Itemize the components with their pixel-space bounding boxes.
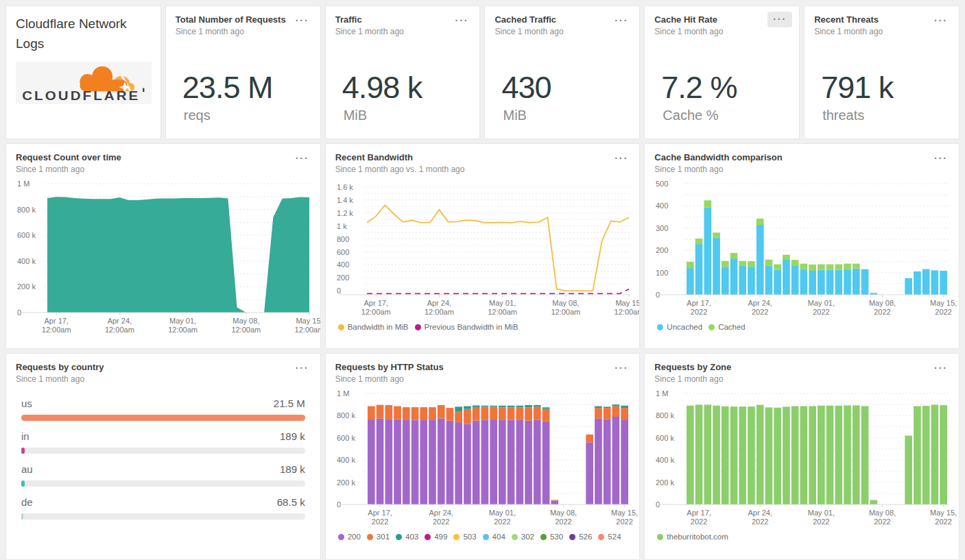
bar-segment: [853, 264, 860, 269]
bar-segment: [385, 419, 392, 504]
panel-menu-button[interactable]: ···: [613, 152, 630, 165]
bar-segment: [499, 406, 506, 407]
bar-segment: [713, 237, 721, 295]
bar-segment: [765, 266, 773, 295]
bar-segment: [800, 406, 808, 505]
bar-segment: [403, 419, 410, 504]
x-axis-label: May 15,2022: [930, 509, 957, 526]
country-value: 189 k: [280, 430, 305, 442]
x-axis-label: Apr 24,12:00am: [425, 299, 454, 316]
y-axis-label: 1 M: [656, 389, 668, 398]
bar-segment: [940, 405, 948, 504]
y-axis-label: 200: [656, 246, 668, 254]
requests-by-zone-legend: theburritobot.com: [657, 533, 949, 541]
bar-segment: [861, 269, 869, 295]
bar-segment: [586, 435, 593, 442]
bar-segment: [612, 417, 619, 504]
panel-subtitle: Since 1 month ago: [654, 27, 723, 36]
legend-label: 200: [348, 533, 361, 541]
country-row-au: au189 k: [16, 463, 311, 487]
panel-menu-button[interactable]: ···: [294, 152, 311, 165]
panel-menu-button[interactable]: ···: [613, 14, 630, 27]
request-count-svg: 0200 k400 k600 k800 k1 MApr 17,12:00amAp…: [16, 178, 312, 337]
panel-menu-button[interactable]: ···: [453, 14, 470, 27]
bar-segment: [774, 408, 782, 504]
legend-item-526[interactable]: 526: [569, 533, 592, 541]
bar-segment: [756, 225, 764, 295]
y-axis-label: 200: [337, 273, 349, 282]
bar-segment: [800, 269, 808, 295]
bar-segment: [687, 262, 694, 268]
legend-item-301[interactable]: 301: [367, 533, 390, 541]
http-status-chart[interactable]: 0200 k400 k600 k800 k1 MApr 17,2022Apr 2…: [335, 388, 630, 529]
panel-menu-button[interactable]: ···: [933, 152, 949, 165]
bar-segment: [621, 419, 628, 504]
panel-subtitle: Since 1 month ago: [176, 27, 286, 36]
panel-title: Total Number of Requests: [176, 14, 286, 25]
bar-segment: [455, 422, 462, 504]
panel-menu-button[interactable]: ···: [294, 362, 311, 374]
y-axis-label: 200 k: [337, 478, 355, 487]
legend-item-200[interactable]: 200: [338, 533, 361, 541]
x-axis-label: Apr 17,2022: [687, 509, 711, 526]
request-count-chart[interactable]: 0200 k400 k600 k800 k1 MApr 17,12:00amAp…: [16, 178, 311, 337]
legend-item-previous-bandwidth-in-mib[interactable]: Previous Bandwidth in MiB: [415, 323, 519, 331]
legend-label: 499: [434, 533, 447, 541]
panel-title: Recent Threats: [814, 14, 883, 25]
legend-item-403[interactable]: 403: [396, 533, 418, 541]
bar-segment: [499, 407, 506, 420]
stat-unit: Cache %: [663, 108, 789, 123]
legend-item-503[interactable]: 503: [453, 533, 476, 541]
y-axis-label: 600: [337, 248, 349, 256]
panel-title: Requests by country: [16, 362, 104, 372]
panel-menu-button[interactable]: ···: [767, 12, 792, 27]
stat-value: 7.2 %: [661, 72, 789, 103]
bar-segment: [940, 271, 948, 295]
panel-cache-hit-rate: Cache Hit Rate Since 1 month ago ··· 7.2…: [644, 5, 800, 139]
legend-dot-icon: [708, 324, 715, 330]
bar-segment: [595, 418, 602, 504]
legend-item-bandwidth-in-mib[interactable]: Bandwidth in MiB: [338, 323, 409, 331]
panel-menu-button[interactable]: ···: [613, 362, 630, 374]
bar-segment: [481, 420, 488, 504]
x-axis-label: May 01,12:00am: [488, 299, 517, 316]
panel-menu-button[interactable]: ···: [933, 362, 949, 374]
x-axis-label: May 08,2022: [550, 509, 577, 526]
panel-menu-button[interactable]: ···: [933, 14, 949, 27]
y-axis-label: 300: [656, 224, 668, 232]
panel-menu-button[interactable]: ···: [294, 14, 311, 27]
bar-segment: [534, 405, 541, 406]
legend-item-theburritobot-com[interactable]: theburritobot.com: [657, 533, 728, 541]
legend-item-uncached[interactable]: Uncached: [657, 323, 702, 331]
cache-bandwidth-chart[interactable]: 0100200300400500Apr 17,2022Apr 24,2022Ma…: [654, 178, 949, 319]
legend-label: 403: [405, 533, 418, 541]
bar-segment: [516, 407, 523, 420]
bar-segment: [507, 406, 514, 407]
legend-item-530[interactable]: 530: [540, 533, 563, 541]
panel-subtitle: Since 1 month ago: [16, 165, 121, 174]
bar-segment: [774, 265, 782, 270]
legend-item-cached[interactable]: Cached: [708, 323, 746, 331]
panel-title: Requests by HTTP Status: [335, 362, 444, 372]
country-bar-track: [21, 513, 305, 520]
recent-bandwidth-chart[interactable]: 02004006008001 k1.2 k1.4 k1.6 kApr 17,12…: [335, 178, 630, 319]
legend-item-302[interactable]: 302: [512, 533, 534, 541]
legend-item-499[interactable]: 499: [425, 533, 447, 541]
legend-item-404[interactable]: 404: [483, 533, 505, 541]
bar-segment: [464, 424, 471, 504]
bar-segment: [748, 267, 755, 295]
x-axis-label: May 01,2022: [808, 299, 835, 316]
bar-segment: [914, 271, 921, 295]
bar-segment: [542, 422, 549, 504]
requests-by-zone-chart[interactable]: 0200 k400 k600 k800 k1 MApr 17,2022Apr 2…: [654, 388, 949, 529]
legend-dot-icon: [367, 534, 373, 540]
recent-bandwidth-svg: 02004006008001 k1.2 k1.4 k1.6 kApr 17,12…: [335, 178, 632, 319]
bar-segment: [595, 408, 602, 418]
country-label: au: [21, 463, 33, 475]
legend-item-524[interactable]: 524: [598, 533, 621, 541]
y-axis-label: 0: [337, 287, 341, 295]
panel-traffic: Traffic Since 1 month ago ··· 4.98 k MiB: [325, 5, 481, 139]
bar-segment: [809, 271, 817, 295]
panel-branding: Cloudflare Network Logs CLOUDFLARE: [5, 5, 161, 139]
bar-segment: [748, 406, 755, 504]
